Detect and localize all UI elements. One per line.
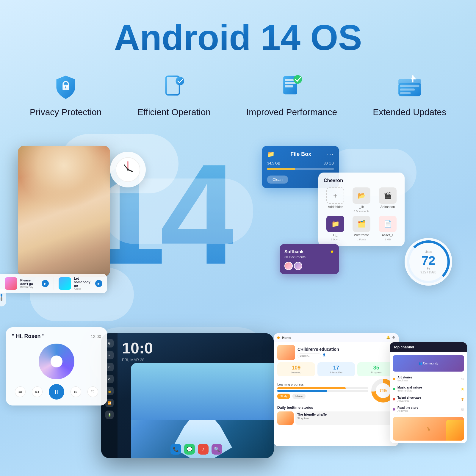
nav-dot-home bbox=[277, 336, 280, 339]
chevron-asset-label: Asset_1 bbox=[382, 233, 394, 237]
chevron-animation-label: Animation bbox=[381, 205, 395, 209]
svg-rect-25 bbox=[1, 294, 2, 297]
svg-rect-17 bbox=[400, 92, 411, 94]
subject-study-btn[interactable]: Study bbox=[277, 394, 290, 399]
stream-info-1: Please don't go Brown Boy bbox=[20, 278, 39, 289]
play-pause-button[interactable]: ⏸ bbox=[49, 384, 64, 400]
bedtime-item-1 bbox=[277, 411, 294, 425]
edu-title-section: CHildren's education 👤 bbox=[298, 347, 339, 358]
dash2-right-3: 🏆 bbox=[461, 398, 464, 401]
svg-rect-10 bbox=[285, 82, 295, 84]
subject-maize-btn[interactable]: Maize bbox=[292, 394, 306, 399]
dash2-right-2: ⭐ bbox=[461, 388, 464, 391]
stat-learning-label: Learning bbox=[280, 371, 313, 374]
chevron-lib[interactable]: 📂 _lib 8 Documents bbox=[350, 187, 373, 213]
dash2-dot-3 bbox=[393, 398, 395, 400]
svg-point-4 bbox=[176, 77, 184, 85]
heart-button[interactable]: ♡ bbox=[87, 386, 98, 397]
file-box-total: 80 GB bbox=[324, 161, 334, 165]
chevron-wireframe[interactable]: 🗂️ Wireframe ...Fonts bbox=[350, 216, 373, 241]
hi-rosen-time: 12:00 bbox=[91, 334, 101, 339]
shuffle-button[interactable]: ⇄ bbox=[15, 386, 26, 397]
giraffe-illustration: 🦒 bbox=[393, 417, 464, 441]
prev-button[interactable]: ⏮ bbox=[32, 386, 43, 397]
learning-section: Learning progress Study Maize 74% bbox=[277, 379, 395, 403]
dash-home-label: Home bbox=[282, 336, 291, 339]
feature-privacy: Privacy Protection bbox=[30, 72, 102, 117]
edu-search-input[interactable] bbox=[298, 353, 321, 358]
updates-label: Extended Updates bbox=[373, 107, 446, 117]
chevron-grid: + Add folder 📂 _lib 8 Documents 🎬 Animat… bbox=[324, 187, 399, 241]
app-phone[interactable]: 📞 bbox=[170, 444, 181, 455]
giraffe-sub: Story time... bbox=[297, 417, 393, 420]
app-messages[interactable]: 💬 bbox=[184, 444, 195, 455]
top-channel-image: 👥 Community bbox=[393, 355, 464, 372]
file-box-sizes: 34.5 GB 80 GB bbox=[267, 161, 334, 165]
chevron-title: Chevron bbox=[324, 178, 399, 183]
main-tablet: G ≡ □ ⚙ 🔒 📶 🔋 10:0 FRI, MAR 28 📞 💬 ♪ 🔍 bbox=[101, 333, 274, 458]
softbank-docs: 30 Documents bbox=[284, 255, 334, 259]
edu-title: CHildren's education bbox=[298, 347, 339, 352]
header-section: Android 14 OS bbox=[0, 0, 476, 57]
svg-rect-11 bbox=[285, 85, 293, 87]
softbank-star: ★ bbox=[330, 248, 334, 255]
stream-thumb-2 bbox=[59, 277, 71, 290]
svg-rect-14 bbox=[398, 79, 421, 86]
daily-bedtime-section: Daily bedtime stories The friendly giraf… bbox=[277, 405, 395, 425]
sidebar-icon-6[interactable]: 🔋 bbox=[105, 411, 114, 419]
stream-play-2[interactable]: ▶ bbox=[95, 280, 102, 287]
chevron-c-label: C_ bbox=[333, 233, 337, 237]
file-box-menu[interactable]: ··· bbox=[327, 151, 334, 158]
file-box-bar-fill bbox=[267, 168, 295, 170]
stat-progress-label: Progress bbox=[360, 371, 393, 374]
edu-avatar: 👤 bbox=[322, 353, 326, 358]
chevron-add-folder[interactable]: + Add folder bbox=[324, 187, 347, 213]
chevron-add-label: Add folder bbox=[328, 205, 343, 209]
streaming-bar: Please don't go Brown Boy ▶ Let somebody… bbox=[0, 274, 107, 293]
dash2-body: 👥 Community Art stories Beginner 15 Musi… bbox=[390, 352, 467, 443]
app-assistant[interactable]: 🔍 bbox=[212, 444, 222, 455]
chevron-asset[interactable]: 📄 Asset_1 2 MB bbox=[376, 216, 399, 241]
chevron-c-sublabel: 6 Doc... bbox=[331, 238, 340, 241]
stream-artist-1: Brown Boy bbox=[20, 286, 39, 289]
chevron-lib-label: _lib bbox=[359, 205, 364, 209]
updates-icon bbox=[395, 72, 425, 102]
file-box-clean-button[interactable]: Clean bbox=[267, 176, 288, 184]
dash2-dot-1 bbox=[393, 378, 395, 380]
file-box-icon: 📁 bbox=[267, 151, 275, 158]
dashboard-screens: Home 🔔 ⚙ CHildren's education 👤 bbox=[274, 333, 476, 464]
chevron-lib-sublabel: 8 Documents bbox=[353, 210, 369, 213]
bedtime-item-2: The friendly giraffe Story time... bbox=[295, 411, 395, 425]
giraffe-text: 🦒 bbox=[426, 427, 430, 431]
tablet-screen bbox=[18, 146, 110, 277]
chevron-asset-sublabel: 2 MB bbox=[384, 238, 391, 241]
stream-artist-2: Adele bbox=[74, 287, 93, 290]
feature-efficient: Efficient Operation bbox=[137, 72, 211, 117]
animation-icon: 🎬 bbox=[379, 187, 397, 204]
chevron-c[interactable]: 📁 C_ 6 Doc... bbox=[324, 216, 347, 241]
dash2-dot-2 bbox=[393, 388, 395, 390]
pie-center: 74% bbox=[376, 383, 391, 398]
dash2-item-2: Music and nature Intermediate ⭐ bbox=[393, 384, 464, 394]
chevron-animation[interactable]: 🎬 Animation bbox=[376, 187, 399, 213]
dash2-name-4: Read the story bbox=[397, 406, 418, 409]
dash2-sub-4: All levels bbox=[397, 409, 418, 412]
tablet-date: FRI, MAR 28 bbox=[122, 358, 269, 362]
app-tiktok[interactable]: ♪ bbox=[198, 444, 209, 455]
file-box-used: 34.5 GB bbox=[267, 161, 280, 165]
tablet-time: 10:0 bbox=[122, 339, 269, 357]
feature-updates: Extended Updates bbox=[373, 72, 446, 117]
stat-learning-num: 109 bbox=[280, 365, 313, 371]
giraffe-title: The friendly giraffe bbox=[297, 413, 393, 416]
stream-thumb-1 bbox=[5, 277, 17, 290]
dash2-dot-4 bbox=[393, 408, 395, 411]
next-button[interactable]: ⏭ bbox=[71, 386, 81, 397]
efficient-label: Efficient Operation bbox=[137, 107, 211, 117]
stream-item-2: Let somebody go Adele ▶ bbox=[59, 277, 103, 290]
softbank-avatars bbox=[284, 262, 334, 270]
privacy-icon bbox=[51, 72, 81, 102]
stream-play-1[interactable]: ▶ bbox=[42, 280, 49, 287]
chevron-wireframe-sublabel: ...Fonts bbox=[357, 238, 366, 241]
storage-ring bbox=[407, 240, 450, 283]
dash2-right-4: 📖 bbox=[461, 408, 464, 411]
